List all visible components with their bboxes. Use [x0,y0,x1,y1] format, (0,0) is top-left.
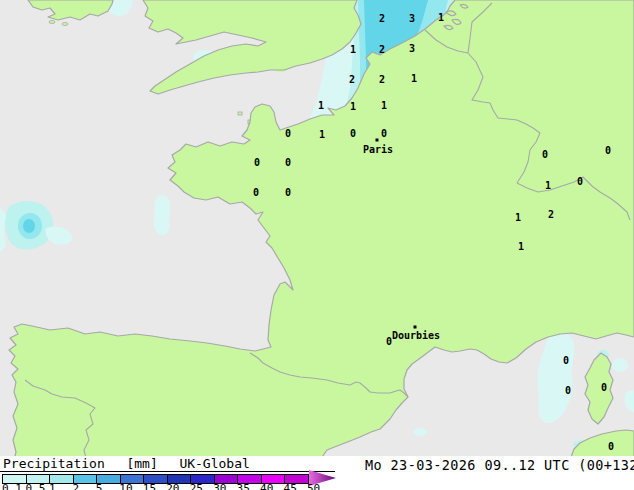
precipitation-map: ParisDourbies 23112322111101000000001012… [0,0,634,490]
precip-value: 0 [386,336,392,347]
precip-value: 2 [548,209,554,220]
islet [49,21,55,24]
colorbar-tick-label: 10 [119,482,132,490]
precip-value: 1 [518,241,524,252]
precip-value: 1 [545,180,551,191]
precip-value: 1 [350,101,356,112]
precip-value: 0 [285,157,291,168]
precip-value: 3 [409,13,415,24]
legend-title: Precipitation [mm] UK-Global [3,456,250,471]
colorbar-tick-label: 5 [96,482,103,490]
precip-value: 2 [379,74,385,85]
islet [62,23,68,26]
city-label-dourbies: Dourbies [392,330,440,341]
precip-value: 0 [254,157,260,168]
precip-value: 0 [608,441,614,452]
land-channel-island [238,112,242,115]
precip-value: 0 [565,385,571,396]
colorbar-tick-label: 45 [284,482,297,490]
precip-value: 1 [381,100,387,111]
precip-value: 0 [350,128,356,139]
precip-value: 0 [563,355,569,366]
colorbar-tick-label: 0.1 [2,482,22,490]
precip-value: 0 [542,149,548,160]
legend-underline [0,471,335,472]
colorbar-ticks: 0.10.5125101520253035404550 [0,482,340,490]
colorbar-tick-label: 50 [307,482,320,490]
precip-value: 1 [515,212,521,223]
precip-value: 0 [285,128,291,139]
legend-title-model: UK-Global [179,456,249,471]
precip-patch [612,358,628,372]
colorbar-tick-label: 25 [190,482,203,490]
precip-value: 0 [601,382,607,393]
colorbar-tick-label: 15 [143,482,156,490]
precip-patch [413,428,427,436]
precip-value: 3 [409,43,415,54]
precip-core [23,219,35,233]
colorbar-tick-label: 35 [237,482,250,490]
precip-value: 0 [381,128,387,139]
precip-value: 1 [318,100,324,111]
colorbar-tick-label: 20 [166,482,179,490]
precip-value: 2 [349,74,355,85]
precip-value: 2 [379,13,385,24]
precip-value: 2 [379,44,385,55]
colorbar-tick-label: 30 [213,482,226,490]
colorbar-tick-label: 40 [260,482,273,490]
precip-value: 1 [350,44,356,55]
city-dot-paris [376,139,379,142]
legend-title-label: Precipitation [3,456,105,471]
colorbar-tick-label: 0.5 [25,482,45,490]
precip-streak-biscay [154,196,171,235]
precip-value: 0 [253,187,259,198]
colorbar-tick-label: 1 [49,482,56,490]
precip-value: 1 [438,12,444,23]
precip-value: 0 [285,187,291,198]
colorbar-tick-label: 2 [72,482,79,490]
precip-value: 1 [319,129,325,140]
legend-title-units: [mm] [126,456,157,471]
city-label-paris: Paris [363,144,393,155]
city-dot-dourbies [414,326,417,329]
precip-value: 0 [605,145,611,156]
legend: Precipitation [mm] UK-Global 0.10.512510… [0,456,634,490]
precip-value: 1 [411,73,417,84]
precip-value: 0 [577,176,583,187]
legend-datetime: Mo 23-03-2026 09..12 UTC (00+132 [365,457,634,473]
